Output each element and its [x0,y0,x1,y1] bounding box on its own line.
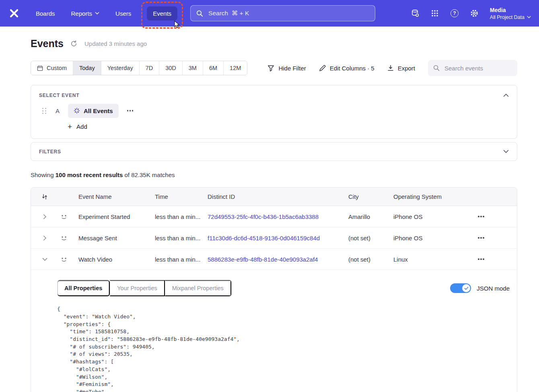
distinct-id-link[interactable]: 72d49553-25fc-4f0c-b436-1b5ac6ab3388 [208,213,319,220]
table-row[interactable]: Experiment Started less than a min... 72… [31,206,517,227]
event-selector-chip[interactable]: All Events [68,104,119,118]
mixpanel-logo-icon [9,8,19,19]
events-search[interactable] [428,60,517,76]
col-header-event-name[interactable]: Event Name [78,193,155,200]
collapse-section-button[interactable] [501,92,511,99]
face-icon [58,254,70,265]
expand-row-button[interactable] [41,233,49,243]
row-more-button[interactable] [476,234,486,241]
check-icon [464,287,469,290]
nav-events-wrapper: Events [147,6,177,21]
global-search[interactable] [190,5,375,21]
apps-grid-button[interactable] [430,8,440,18]
data-management-button[interactable] [410,8,420,18]
nav-right-cluster: ? Media All Project Data [410,7,531,20]
cell-event-name: Watch Video [78,256,155,263]
drag-handle[interactable] [42,108,46,114]
col-header-city[interactable]: City [348,193,393,200]
cell-city: (not set) [348,235,393,241]
date-custom-label: Custom [47,65,67,71]
cell-time: less than a min... [155,256,208,263]
event-avatar [58,211,78,222]
calendar-icon [37,65,43,71]
page-title: Events [31,38,64,50]
row-detail-panel: All Properties Your Properties Mixpanel … [31,270,517,392]
top-navbar: Boards Reports Users Events [0,0,539,27]
help-button[interactable]: ? [450,8,459,18]
edit-columns-label: Edit Columns · 5 [330,65,374,72]
face-icon [58,232,70,243]
nav-item-reports[interactable]: Reports [65,6,106,21]
event-avatar [58,254,78,265]
chevron-right-icon [43,214,47,219]
chevron-down-icon [527,16,531,19]
settings-gear-icon [470,9,479,18]
export-button[interactable]: Export [387,65,415,72]
collapse-row-button[interactable] [40,255,50,264]
table-row[interactable]: Message Sent less than a min... f11c30d6… [31,227,517,249]
distinct-id-link[interactable]: f11c30d6-dc6d-4518-9136-0d046159c84d [208,235,320,241]
nav-item-events[interactable]: Events [147,6,177,21]
tab-mixpanel-properties[interactable]: Mixpanel Properties [165,280,231,296]
distinct-id-link[interactable]: 5886283e-e9fb-48fb-81de-40e9093a2af4 [208,256,318,263]
date-range-3m[interactable]: 3M [182,61,203,75]
add-event-button[interactable]: + Add [65,123,90,130]
project-scope-label: All Project Data [490,14,525,20]
select-event-title: SELECT EVENT [39,93,79,98]
project-switcher[interactable]: Media All Project Data [490,7,531,20]
col-header-time[interactable]: Time [155,193,208,200]
filters-title: FILTERS [39,149,61,155]
date-range-control: Custom Today Yesterday 7D 30D 3M 6M 12M [31,61,247,75]
primary-nav: Boards Reports Users Events [30,6,177,21]
date-range-today[interactable]: Today [73,61,101,75]
date-range-7d[interactable]: 7D [139,61,159,75]
date-range-yesterday[interactable]: Yesterday [101,61,139,75]
mixpanel-logo[interactable] [8,7,20,19]
pencil-icon [319,65,326,72]
col-header-os[interactable]: Operating System [393,193,466,200]
settings-button[interactable] [469,8,479,18]
events-table: Event Name Time Distinct ID City Operati… [31,187,517,392]
events-search-input[interactable] [444,64,512,72]
json-mode-toggle[interactable] [450,283,471,293]
chevron-down-icon [42,258,47,261]
nav-item-boards[interactable]: Boards [30,6,61,21]
row-more-button[interactable] [476,256,486,263]
nav-item-users[interactable]: Users [109,6,137,21]
cell-city: Amarillo [348,213,393,220]
col-header-distinct-id[interactable]: Distinct ID [208,193,348,200]
table-row-expanded[interactable]: Watch Video less than a min... 5886283e-… [31,249,517,270]
nav-item-reports-label: Reports [71,10,93,17]
date-range-12m[interactable]: 12M [223,61,247,75]
collapse-all-button[interactable] [39,191,50,202]
chevron-down-icon [95,12,99,15]
event-row-more-button[interactable] [125,107,136,114]
tab-your-properties[interactable]: Your Properties [110,280,165,296]
face-icon [58,211,70,222]
database-icon [411,9,420,18]
expand-filters-button[interactable] [501,148,511,155]
date-custom-button[interactable]: Custom [31,61,73,75]
apps-grid-icon [431,9,439,17]
refresh-icon [70,40,77,47]
row-more-button[interactable] [476,213,486,220]
main-content: Events Updated 3 minutes ago Custom Toda… [31,38,517,392]
table-header-row: Event Name Time Distinct ID City Operati… [31,188,517,206]
date-range-30d[interactable]: 30D [159,61,182,75]
refresh-button[interactable] [69,39,79,49]
event-avatar [58,232,78,243]
project-name: Media [490,7,531,13]
hide-filter-label: Hide Filter [278,65,306,72]
tab-all-properties[interactable]: All Properties [58,280,110,296]
date-range-6m[interactable]: 6M [203,61,223,75]
search-icon [196,10,203,17]
edit-columns-button[interactable]: Edit Columns · 5 [319,65,374,72]
global-search-input[interactable] [208,9,369,17]
filter-funnel-icon [267,65,274,72]
event-selector-label: All Events [84,107,113,114]
event-row-letter: A [55,107,60,114]
hide-filter-button[interactable]: Hide Filter [267,65,306,72]
expand-row-button[interactable] [41,212,49,222]
results-suffix: of 82.35K matches [123,171,175,178]
results-prefix: Showing [31,171,56,178]
